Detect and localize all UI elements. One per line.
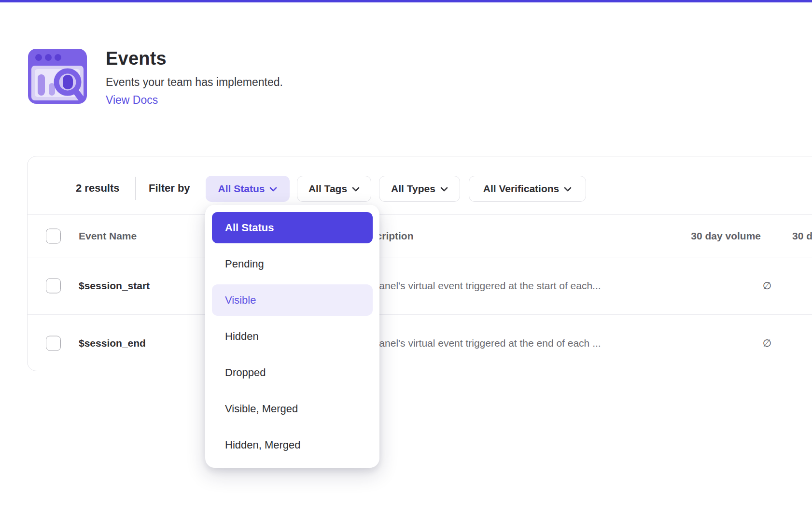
status-dropdown-menu: All Status Pending Visible Hidden Droppe… — [205, 205, 379, 468]
table-row[interactable]: $session_end Mixpanel's virtual event tr… — [28, 314, 812, 372]
event-description: Mixpanel's virtual event triggered at th… — [358, 337, 601, 349]
status-option-dropped[interactable]: Dropped — [212, 357, 373, 388]
filter-types-dropdown-button[interactable]: All Types — [379, 176, 460, 202]
chevron-down-icon — [352, 187, 360, 192]
filter-by-label: Filter by — [149, 182, 190, 195]
top-accent-bar — [0, 0, 812, 2]
column-header-event-name[interactable]: Event Name — [79, 230, 137, 242]
chevron-down-icon — [269, 187, 277, 192]
status-option-hidden-merged[interactable]: Hidden, Merged — [212, 429, 373, 461]
event-name[interactable]: $session_end — [79, 337, 146, 349]
status-option-hidden[interactable]: Hidden — [212, 321, 373, 352]
select-all-checkbox[interactable] — [46, 228, 61, 243]
column-header-30-day-volume[interactable]: 30 day volume — [616, 230, 761, 242]
divider — [135, 177, 136, 200]
chevron-down-icon — [440, 187, 448, 192]
page-subtitle: Events your team has implemented. — [106, 76, 540, 89]
filter-status-label: All Status — [218, 183, 265, 195]
event-description: Mixpanel's virtual event triggered at th… — [358, 280, 601, 292]
view-docs-link[interactable]: View Docs — [106, 94, 158, 107]
results-count: 2 results — [76, 182, 120, 195]
filter-tags-label: All Tags — [308, 183, 347, 195]
filter-status-dropdown-button[interactable]: All Status — [206, 176, 290, 202]
row-checkbox[interactable] — [46, 279, 61, 294]
filter-tags-dropdown-button[interactable]: All Tags — [297, 176, 371, 202]
page-title: Events — [106, 48, 540, 69]
column-header-30-day-queries[interactable]: 30 d — [792, 230, 812, 242]
status-option-all-status[interactable]: All Status — [212, 212, 373, 243]
events-card: 2 results Filter by All Status All Tags … — [27, 156, 812, 371]
event-30-day-volume: ∅ — [713, 280, 812, 292]
row-checkbox[interactable] — [46, 336, 61, 351]
filter-types-label: All Types — [391, 183, 435, 195]
chevron-down-icon — [564, 187, 572, 192]
status-option-visible[interactable]: Visible — [212, 284, 373, 316]
event-name[interactable]: $session_start — [79, 280, 150, 292]
events-app-icon — [27, 45, 88, 107]
filter-verifications-dropdown-button[interactable]: All Verifications — [469, 176, 586, 202]
table-row[interactable]: $session_start Mixpanel's virtual event … — [28, 257, 812, 314]
table-header-row: Event Name Description 30 day volume 30 … — [28, 214, 812, 257]
status-option-pending[interactable]: Pending — [212, 248, 373, 280]
filter-verifications-label: All Verifications — [483, 183, 560, 195]
event-30-day-volume: ∅ — [713, 337, 812, 349]
status-option-visible-merged[interactable]: Visible, Merged — [212, 393, 373, 424]
